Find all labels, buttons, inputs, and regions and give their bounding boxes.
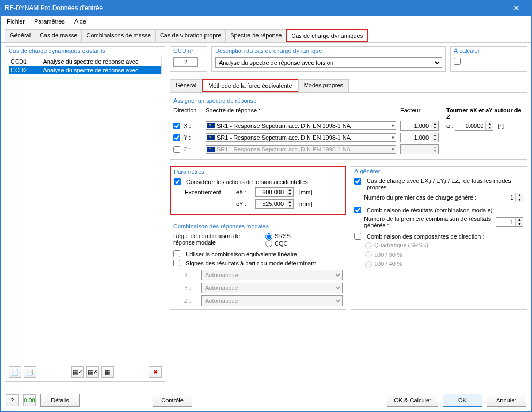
- to-calculate-group: À calculer: [450, 46, 527, 72]
- modal-rule-label: Règle de combinaison de réponse modale :: [173, 233, 259, 246]
- ex-spinner[interactable]: ▲▼: [255, 187, 294, 197]
- eccentricity-label: Excentrement: [185, 189, 233, 195]
- factor-x-spinner[interactable]: ▲▼: [400, 121, 439, 131]
- window-title: RF-DYNAM Pro Données d'entrée: [5, 4, 103, 12]
- chevron-down-icon: ▾: [392, 135, 394, 140]
- tab-general[interactable]: Général: [5, 29, 35, 42]
- units-icon[interactable]: 0.00: [23, 394, 36, 406]
- first-lc-label: Numéro du premier cas de charge généré :: [364, 194, 492, 201]
- factor-z-spinner: ▲▼: [400, 144, 439, 154]
- gen-loadcase-label: Cas de charge avec EX,i / EY,i / EZ,i de…: [367, 178, 523, 190]
- ccd-number-group: CCD n°: [170, 46, 207, 72]
- to-calculate-checkbox[interactable]: [454, 58, 461, 65]
- factor-y-spinner[interactable]: ▲▼: [400, 133, 439, 142]
- eu-flag-icon: [207, 135, 215, 140]
- generate-group: À générer Cas de charge avec EX,i / EY,i…: [351, 166, 527, 310]
- torsion-checkbox[interactable]: [174, 178, 181, 185]
- copy-icon[interactable]: 📑: [24, 366, 36, 378]
- menubar: Fichier Paramètres Aide: [1, 16, 531, 27]
- ex-unit: [mm]: [299, 189, 312, 195]
- new-icon[interactable]: 📄: [9, 366, 21, 378]
- spectrum-y-select[interactable]: SR1 - Response Sepctrum acc. DIN EN 1998…: [206, 133, 396, 142]
- header-factor: Facteur: [400, 107, 442, 120]
- dir-combo-label: Combinaison des composantes de direction…: [367, 233, 484, 240]
- delete-icon[interactable]: ✖: [149, 366, 162, 378]
- dir-x-checkbox[interactable]: [173, 123, 180, 129]
- eu-flag-icon: [207, 147, 215, 152]
- linear-combo-label: Utiliser la combinaison équivalente liné…: [186, 251, 297, 257]
- cancel-button[interactable]: Annuler: [487, 394, 526, 407]
- dir-z-label: Z :: [184, 146, 191, 152]
- alpha-label: α :: [446, 123, 453, 129]
- dir-10030-radio: [365, 251, 372, 258]
- ey-unit: [mm]: [299, 201, 312, 207]
- ex-label: eX :: [236, 189, 252, 195]
- axis-z-select: Automatique: [201, 295, 343, 306]
- srss-radio[interactable]: [265, 233, 272, 240]
- subtab-general[interactable]: Général: [170, 79, 202, 92]
- sub-tabs: Général Méthode de la force équivalente …: [170, 79, 527, 93]
- tab-vibration[interactable]: Cas de vibration propre: [155, 29, 226, 42]
- menu-file[interactable]: Fichier: [3, 17, 29, 26]
- assign-spectrum-group: Assigner un spectre de réponse Direction…: [170, 96, 527, 160]
- axis-y-select: Automatique: [201, 283, 343, 293]
- list-item[interactable]: CCD1 Analyse du spectre de réponse avec: [9, 57, 162, 66]
- uncheck-all-icon[interactable]: ▦✗: [86, 366, 99, 378]
- check-all-icon[interactable]: ▦✓: [71, 366, 84, 378]
- help-icon[interactable]: ?: [6, 394, 19, 406]
- tab-mass-combos[interactable]: Combinaisons de masse: [81, 29, 155, 42]
- ccd-number-title: CCD n°: [170, 47, 207, 55]
- ok-calculate-button[interactable]: OK & Calculer: [387, 394, 438, 407]
- tab-response-spectrum[interactable]: Spectre de réponse: [225, 29, 286, 42]
- dir-z-checkbox[interactable]: [173, 146, 180, 153]
- gen-resultcombo-checkbox[interactable]: [354, 207, 361, 213]
- parameters-group: Paramètres Considérer les actions de tor…: [170, 166, 346, 215]
- dir-y-checkbox[interactable]: [173, 134, 180, 141]
- close-icon[interactable]: ✕: [506, 4, 527, 12]
- menu-help[interactable]: Aide: [70, 17, 90, 26]
- ey-spinner[interactable]: ▲▼: [255, 199, 294, 209]
- signs-checkbox[interactable]: [173, 260, 180, 266]
- spectrum-x-select[interactable]: SR1 - Response Sepctrum acc. DIN EN 1998…: [206, 121, 396, 130]
- cqc-radio[interactable]: [265, 240, 272, 247]
- chevron-down-icon: ▾: [392, 123, 394, 128]
- generate-title: À générer: [351, 167, 527, 176]
- subtab-equiv-force[interactable]: Méthode de la force équivalente: [202, 79, 299, 92]
- to-calculate-title: À calculer: [451, 47, 527, 55]
- footer-bar: ? 0.00 Détails Contrôle OK & Calculer OK…: [1, 388, 531, 411]
- description-group: Description du cas de charge dynamique A…: [211, 46, 446, 72]
- modal-combo-title: Combinaison des réponses modales: [170, 222, 346, 231]
- select-icon[interactable]: ▦: [101, 366, 114, 378]
- dir-combo-checkbox[interactable]: [354, 233, 361, 240]
- first-rc-spinner[interactable]: ▲▼: [496, 217, 523, 227]
- list-item[interactable]: CCD2 Analyse du spectre de réponse avec: [9, 66, 162, 74]
- details-button[interactable]: Détails: [40, 394, 80, 407]
- tab-mass-cases[interactable]: Cas de masse: [35, 29, 82, 42]
- ey-label: eY :: [236, 201, 252, 207]
- description-select[interactable]: Analyse du spectre de réponse avec torsi…: [215, 57, 442, 68]
- titlebar: RF-DYNAM Pro Données d'entrée ✕: [1, 1, 531, 16]
- control-button[interactable]: Contrôle: [153, 394, 192, 407]
- tab-dynamic-load-cases[interactable]: Cas de charge dynamiques: [286, 29, 368, 42]
- alpha-spinner[interactable]: ▲▼: [455, 121, 493, 131]
- gen-loadcase-checkbox[interactable]: [354, 178, 361, 185]
- first-lc-spinner[interactable]: ▲▼: [496, 193, 523, 202]
- torsion-label: Considérer les actions de torsion accide…: [186, 179, 311, 185]
- chevron-down-icon: ▾: [392, 147, 394, 152]
- dir-x-label: X :: [184, 123, 191, 129]
- ok-button[interactable]: OK: [443, 394, 482, 407]
- description-title: Description du cas de charge dynamique: [212, 47, 445, 55]
- main-tabs: Général Cas de masse Combinaisons de mas…: [1, 27, 531, 43]
- existing-cases-group: Cas de charge dynamiques existants CCD1 …: [5, 46, 165, 382]
- parameters-title: Paramètres: [171, 167, 345, 176]
- gen-resultcombo-label: Combinaison de résultats (combinaison mo…: [367, 207, 492, 213]
- axis-x-select: Automatique: [201, 270, 343, 280]
- menu-params[interactable]: Paramètres: [30, 17, 69, 26]
- spectrum-z-select: SR1 - Response Sepctrum acc. DIN EN 1998…: [206, 145, 396, 154]
- linear-combo-checkbox[interactable]: [173, 250, 180, 257]
- subtab-modes[interactable]: Modes propres: [298, 79, 349, 92]
- assign-spectrum-title: Assigner un spectre de réponse: [170, 96, 527, 105]
- header-spectrum: Spectre de réponse :: [206, 107, 396, 120]
- ccd-number-input[interactable]: [173, 57, 198, 67]
- header-rotate: Tourner aX et aY autour de Z: [446, 107, 521, 120]
